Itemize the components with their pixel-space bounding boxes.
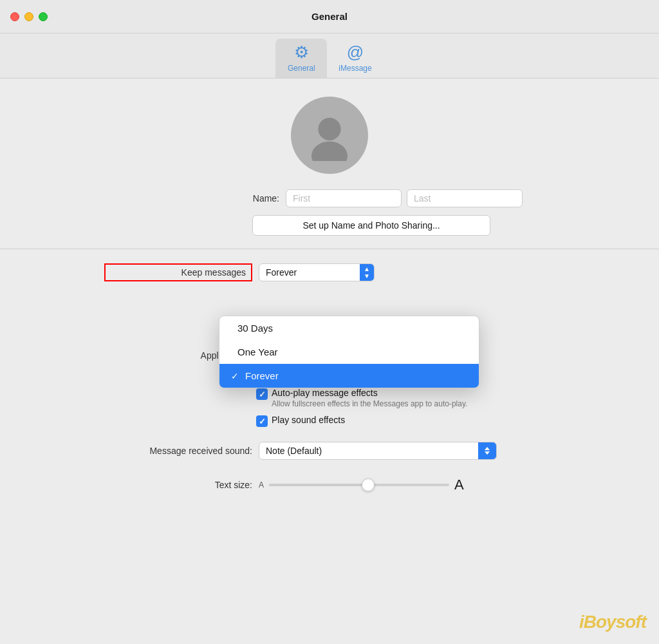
maximize-button[interactable] <box>39 12 48 21</box>
tab-general-label: General <box>288 64 315 73</box>
keep-messages-select[interactable]: Forever ▲▼ <box>259 263 375 281</box>
minimize-button[interactable] <box>24 12 33 21</box>
name-inputs <box>286 189 523 207</box>
slider-fill <box>269 484 368 486</box>
avatar[interactable] <box>291 97 368 174</box>
dropdown-item-forever[interactable]: ✓ Forever <box>219 364 479 388</box>
text-size-small-a: A <box>259 480 264 489</box>
checkbox-sound-effects-label: Play sound effects <box>272 415 345 425</box>
dropdown-item-30days[interactable]: 30 Days <box>219 316 479 340</box>
close-button[interactable] <box>10 12 19 21</box>
text-size-large-a: A <box>454 477 464 493</box>
sound-select-value: Note (Default) <box>259 446 478 456</box>
dropdown-item-oneyear[interactable]: One Year <box>219 340 479 364</box>
watermark-prefix: i <box>579 612 584 632</box>
sound-select[interactable]: Note (Default) <box>259 442 497 460</box>
svg-point-0 <box>318 118 340 140</box>
checkbox-autoplay-label: Auto-play message effects <box>272 388 467 398</box>
checkbox-row-3: ✓ Auto-play message effects Allow fullsc… <box>104 384 555 412</box>
sound-label: Message received sound: <box>104 446 252 456</box>
tab-imessage-label: iMessage <box>339 64 371 73</box>
keep-messages-label: Keep messages <box>104 263 252 281</box>
checkbox-row-4: ✓ Play sound effects <box>104 412 555 430</box>
checkbox-autoplay-sub: Allow fullscreen effects in the Messages… <box>272 399 467 408</box>
arrow-up-icon <box>485 447 490 450</box>
window-title: General <box>311 11 348 22</box>
keep-messages-row: Keep messages Forever ▲▼ <box>104 263 555 281</box>
window-controls <box>10 12 48 21</box>
slider-container: A A <box>259 477 464 493</box>
avatar-container <box>291 97 368 174</box>
at-icon: @ <box>347 43 364 62</box>
main-content: Name: Set up Name and Photo Sharing... K… <box>0 79 659 506</box>
keep-messages-arrow: ▲▼ <box>360 263 374 281</box>
avatar-icon <box>304 109 355 161</box>
checkbox-autoplay[interactable]: ✓ <box>256 388 268 400</box>
form-area: Name: Set up Name and Photo Sharing... K… <box>0 189 659 493</box>
divider-1 <box>0 249 659 249</box>
setup-row: Set up Name and Photo Sharing... <box>136 215 523 236</box>
text-size-slider[interactable] <box>269 484 449 486</box>
watermark-suffix: Boysoft <box>584 612 646 632</box>
name-row: Name: <box>136 189 523 207</box>
arrow-down-icon <box>485 451 490 455</box>
keep-messages-dropdown[interactable]: 30 Days One Year ✓ Forever <box>219 316 479 388</box>
watermark: iBoysoft <box>579 612 646 632</box>
tab-general[interactable]: ⚙ General <box>275 39 327 78</box>
text-size-label: Text size: <box>104 480 252 490</box>
checkbox-sound-effects[interactable]: ✓ <box>256 415 268 427</box>
sound-select-arrow[interactable] <box>478 442 496 460</box>
sound-row: Message received sound: Note (Default) <box>104 442 555 460</box>
keep-messages-value: Forever <box>259 267 360 278</box>
svg-point-1 <box>311 142 348 161</box>
toolbar: ⚙ General @ iMessage <box>0 33 659 79</box>
setup-button[interactable]: Set up Name and Photo Sharing... <box>252 215 490 236</box>
slider-thumb[interactable] <box>362 478 375 491</box>
text-size-row: Text size: A A <box>104 477 555 493</box>
name-label: Name: <box>228 193 279 204</box>
tab-imessage[interactable]: @ iMessage <box>327 39 383 78</box>
titlebar: General <box>0 0 659 33</box>
last-name-input[interactable] <box>407 189 523 207</box>
gear-icon: ⚙ <box>294 43 309 62</box>
first-name-input[interactable] <box>286 189 402 207</box>
